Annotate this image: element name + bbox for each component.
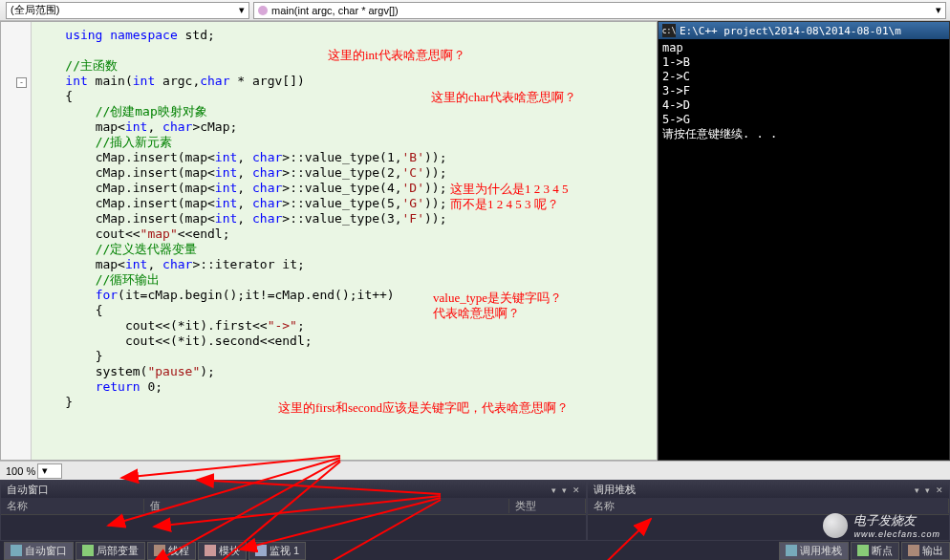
tab-icon — [154, 545, 165, 556]
console-titlebar[interactable]: c:\ E:\C++ project\2014-08\2014-08-01\m — [659, 22, 949, 39]
scope-dropdown[interactable]: (全局范围) ▾ — [6, 2, 249, 19]
method-icon — [258, 6, 268, 15]
bottom-tab[interactable]: 监视 1 — [248, 542, 306, 560]
console-line: 2->C — [662, 70, 945, 84]
console-line: 3->F — [662, 84, 945, 98]
bottom-tab[interactable]: 模块 — [198, 542, 247, 560]
col-name[interactable]: 名称 — [1, 499, 144, 513]
tab-icon — [857, 545, 869, 556]
col-name[interactable]: 名称 — [588, 499, 949, 513]
bottom-tab[interactable]: 输出 — [901, 542, 950, 560]
tab-icon — [255, 545, 267, 556]
bottom-tab[interactable]: 自动窗口 — [4, 542, 74, 560]
console-body: map1->B2->C3->F4->D5->G请按任意键继续. . . — [659, 39, 949, 143]
chevron-down-icon: ▾ — [239, 4, 245, 16]
gutter: - — [1, 22, 32, 460]
dropdown-icon[interactable] — [551, 484, 556, 495]
bottom-tab-strip: 自动窗口局部变量线程模块监视 1调用堆栈断点输出 — [0, 541, 950, 560]
tab-label: 局部变量 — [97, 544, 139, 558]
bottom-tab[interactable]: 局部变量 — [76, 542, 145, 560]
auto-window-title[interactable]: 自动窗口 — [1, 481, 586, 498]
bottom-tab[interactable]: 调用堆栈 — [779, 542, 849, 560]
auto-window-title-text: 自动窗口 — [7, 483, 49, 497]
tab-icon — [786, 545, 797, 556]
bottom-tab[interactable]: 断点 — [851, 542, 899, 560]
tab-label: 线程 — [168, 544, 189, 558]
console-title-text: E:\C++ project\2014-08\2014-08-01\m — [680, 24, 901, 38]
tab-icon — [205, 545, 216, 556]
callstack-header: 名称 — [588, 498, 949, 515]
pin-icon[interactable] — [562, 484, 567, 495]
close-icon[interactable] — [936, 484, 943, 495]
console-line: 4->D — [662, 98, 945, 113]
console-line: 5->G — [662, 113, 945, 127]
tab-label: 模块 — [219, 544, 240, 558]
tab-label: 断点 — [872, 544, 893, 558]
code-content: using namespace std; //主函数 int main(int … — [35, 22, 657, 416]
code-editor[interactable]: - using namespace std; //主函数 int main(in… — [0, 21, 658, 461]
pin-icon[interactable] — [925, 484, 930, 495]
scope-bar: (全局范围) ▾ main(int argc, char * argv[]) ▾ — [0, 0, 950, 21]
console-line: 1->B — [662, 55, 945, 70]
tab-icon — [11, 545, 22, 556]
main-area: - using namespace std; //主函数 int main(in… — [0, 21, 950, 461]
console-line: map — [662, 41, 945, 55]
close-icon[interactable] — [572, 484, 580, 495]
zoom-value: 100 % — [6, 465, 35, 477]
auto-window-header: 名称 值 类型 — [1, 498, 586, 515]
callstack-panel: 调用堆栈 名称 — [587, 480, 950, 541]
col-type[interactable]: 类型 — [509, 499, 586, 513]
console-line: 请按任意键继续. . . — [662, 127, 945, 141]
zoom-dropdown[interactable]: ▾ — [37, 463, 62, 479]
tab-label: 自动窗口 — [25, 544, 67, 558]
fold-icon[interactable]: - — [16, 77, 27, 88]
console-icon: c:\ — [662, 24, 676, 37]
auto-window-panel: 自动窗口 名称 值 类型 — [0, 480, 587, 541]
callstack-title[interactable]: 调用堆栈 — [588, 481, 949, 498]
bottom-panels: 自动窗口 名称 值 类型 调用堆栈 名称 — [0, 480, 950, 541]
tab-icon — [82, 545, 94, 556]
console-window: c:\ E:\C++ project\2014-08\2014-08-01\m … — [658, 21, 950, 461]
tab-label: 输出 — [922, 544, 943, 558]
scope-text: (全局范围) — [11, 3, 59, 17]
tab-icon — [908, 545, 919, 556]
bottom-tab[interactable]: 线程 — [147, 542, 196, 560]
callstack-title-text: 调用堆栈 — [594, 483, 636, 497]
function-dropdown[interactable]: main(int argc, char * argv[]) ▾ — [253, 2, 946, 19]
dropdown-icon[interactable] — [915, 484, 919, 495]
chevron-down-icon: ▾ — [936, 4, 941, 16]
zoom-bar: 100 % ▾ — [0, 461, 950, 480]
function-text: main(int argc, char * argv[]) — [271, 5, 399, 16]
col-value[interactable]: 值 — [144, 499, 509, 513]
tab-label: 监视 1 — [270, 544, 299, 558]
tab-label: 调用堆栈 — [800, 544, 842, 558]
